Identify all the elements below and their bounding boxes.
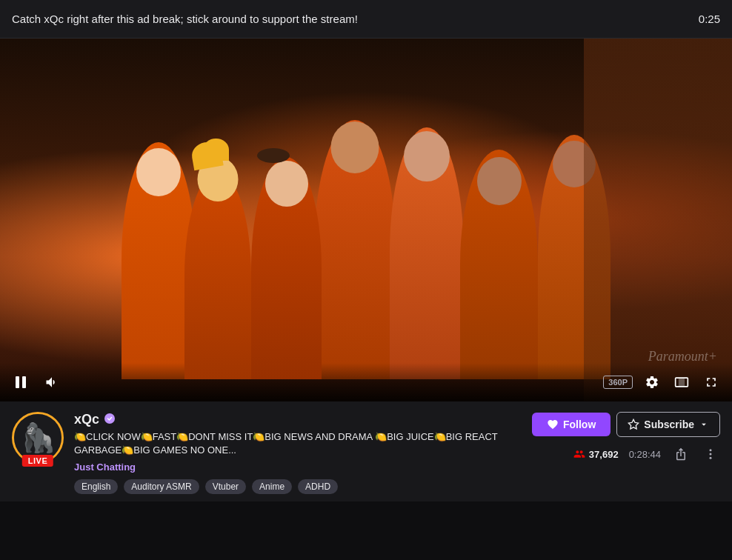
- tag-english[interactable]: English: [74, 479, 118, 494]
- ad-timer: 0:25: [699, 13, 720, 25]
- ad-banner: Catch xQc right after this ad break; sti…: [0, 0, 732, 39]
- viewer-count: 37,692: [573, 448, 619, 460]
- quality-badge[interactable]: 360P: [603, 376, 633, 389]
- share-button[interactable]: [671, 444, 691, 464]
- settings-button[interactable]: [642, 372, 662, 393]
- video-watermark: Paramount+: [648, 349, 717, 364]
- tag-adhd[interactable]: ADHD: [298, 479, 338, 494]
- subscribe-label: Subscribe: [644, 419, 694, 430]
- avatar-icon: 🦍: [21, 421, 56, 454]
- controls-right: 360P: [603, 372, 722, 393]
- pause-icon: [13, 375, 28, 390]
- tag-anime[interactable]: Anime: [252, 479, 292, 494]
- action-buttons: Follow Subscribe 37,692 0:28:44: [532, 412, 720, 464]
- stream-info-section: 🦍 LIVE xQc 🍋CLICK NOW🍋FAST🍋DONT MISS IT🍋…: [0, 401, 732, 501]
- svg-point-8: [710, 457, 712, 459]
- heart-icon: [547, 419, 559, 430]
- theater-icon: [674, 375, 689, 390]
- verified-icon: [104, 413, 116, 427]
- share-icon: [674, 447, 688, 461]
- category-link[interactable]: Just Chatting: [74, 461, 136, 473]
- video-player[interactable]: Paramount+ 360P: [0, 39, 732, 401]
- stream-title: 🍋CLICK NOW🍋FAST🍋DONT MISS IT🍋BIG NEWS AN…: [74, 430, 511, 457]
- stream-details: xQc 🍋CLICK NOW🍋FAST🍋DONT MISS IT🍋BIG NEW…: [74, 412, 522, 494]
- follow-label: Follow: [563, 419, 596, 430]
- volume-icon: [44, 375, 59, 390]
- svg-rect-3: [679, 378, 685, 387]
- streamer-name-row: xQc: [74, 412, 522, 427]
- volume-button[interactable]: [41, 372, 62, 393]
- svg-point-4: [104, 413, 115, 424]
- tag-vtuber[interactable]: Vtuber: [205, 479, 246, 494]
- more-icon: [704, 447, 717, 461]
- follow-button[interactable]: Follow: [532, 413, 610, 436]
- star-icon: [628, 419, 639, 430]
- viewer-count-value: 37,692: [589, 449, 619, 460]
- ad-banner-text: Catch xQc right after this ad break; sti…: [12, 13, 358, 25]
- controls-left: [10, 372, 62, 393]
- svg-rect-0: [16, 376, 19, 388]
- avatar-container: 🦍 LIVE: [12, 412, 64, 464]
- tags-row: English Auditory ASMR Vtuber Anime ADHD: [74, 479, 522, 494]
- svg-point-7: [710, 453, 712, 456]
- settings-icon: [645, 375, 659, 390]
- viewers-icon: [573, 448, 585, 460]
- play-pause-button[interactable]: [10, 372, 31, 393]
- streamer-name: xQc: [74, 412, 99, 427]
- stats-row: 37,692 0:28:44: [573, 444, 720, 464]
- theater-mode-button[interactable]: [671, 372, 692, 393]
- svg-marker-5: [629, 419, 639, 429]
- video-background: [0, 39, 732, 401]
- video-controls: 360P: [0, 363, 732, 401]
- live-badge: LIVE: [22, 455, 53, 467]
- buttons-top: Follow Subscribe: [532, 412, 720, 437]
- fullscreen-button[interactable]: [701, 372, 722, 393]
- svg-rect-1: [22, 376, 26, 388]
- fullscreen-icon: [704, 375, 719, 390]
- chevron-down-icon: [699, 419, 709, 430]
- tag-asmr[interactable]: Auditory ASMR: [124, 479, 199, 494]
- svg-point-6: [710, 449, 712, 451]
- subscribe-button[interactable]: Subscribe: [616, 412, 720, 437]
- stream-time: 0:28:44: [629, 449, 661, 460]
- more-button[interactable]: [701, 444, 720, 464]
